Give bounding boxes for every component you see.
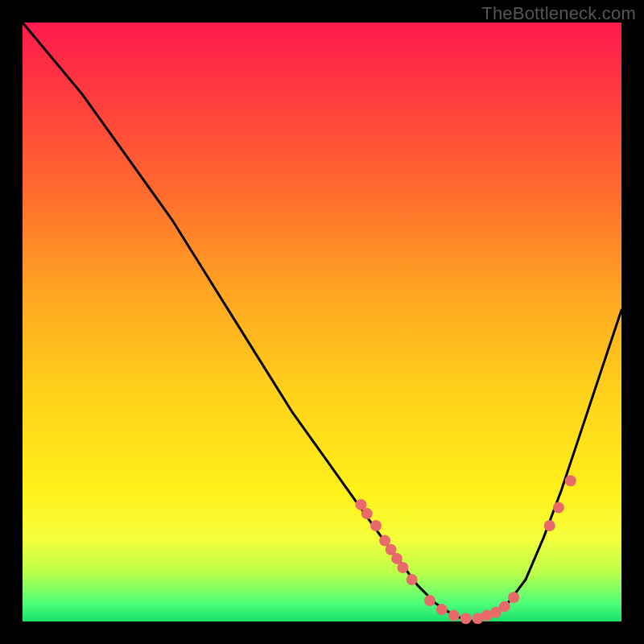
curve-marker xyxy=(553,502,564,514)
curve-marker xyxy=(424,595,436,606)
curve-marker xyxy=(565,475,576,486)
gradient-plot-area xyxy=(23,23,621,621)
curve-marker xyxy=(460,613,472,624)
chart-frame: TheBottleneck.com xyxy=(0,0,644,644)
curve-marker xyxy=(499,601,510,612)
curve-marker xyxy=(448,610,460,621)
curve-svg xyxy=(23,23,621,621)
watermark-text: TheBottleneck.com xyxy=(481,3,636,24)
curve-marker xyxy=(370,520,382,531)
curve-marker xyxy=(544,520,555,531)
curve-marker xyxy=(361,508,373,519)
curve-marker xyxy=(407,574,418,585)
curve-marker xyxy=(397,562,408,573)
curve-markers xyxy=(355,475,576,624)
curve-marker xyxy=(436,604,448,615)
bottleneck-curve-line xyxy=(23,23,621,621)
curve-marker xyxy=(508,592,519,603)
